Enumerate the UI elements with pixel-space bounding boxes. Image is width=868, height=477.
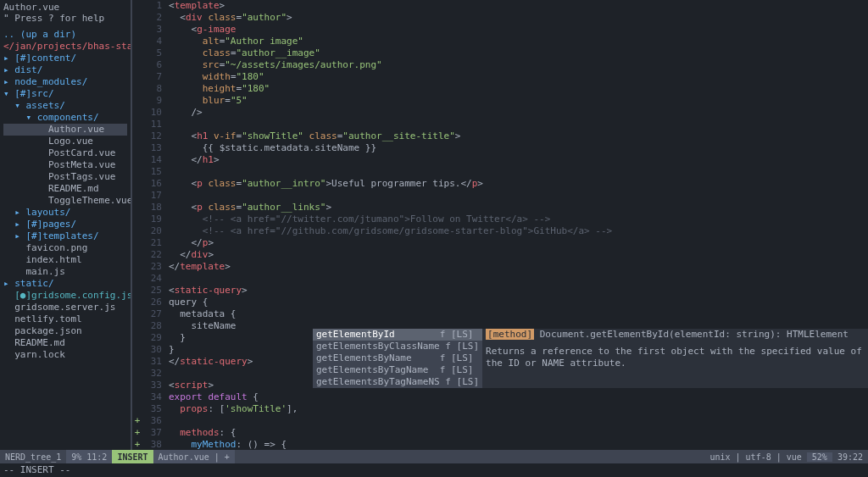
code-line[interactable]: 14 </h1>: [133, 154, 868, 166]
tree-item[interactable]: favicon.png: [3, 242, 127, 254]
autocomplete-signature: Document.getElementById(elementId: strin…: [534, 329, 849, 340]
code-line[interactable]: 4 alt="Author image": [133, 36, 868, 47]
code-line[interactable]: 8 height="180": [133, 83, 868, 95]
code-line[interactable]: 24: [133, 273, 868, 285]
autocomplete-description: Returns a reference to the first object …: [486, 346, 865, 369]
autocomplete-item[interactable]: getElementById f [LS]: [313, 329, 482, 341]
tree-item[interactable]: Author.vue: [3, 124, 127, 136]
tree-item[interactable]: index.html: [3, 254, 127, 266]
statusline-encoding: unix | utf-8 | vue: [704, 452, 806, 462]
autocomplete-item[interactable]: getElementsByClassName f [LS]: [313, 341, 482, 352]
tree-item[interactable]: netlify.toml: [3, 313, 127, 325]
file-tree-sidebar[interactable]: Author.vue " Press ? for help .. (up a d…: [0, 0, 131, 450]
code-line[interactable]: 3 <g-image: [133, 24, 868, 36]
tree-item[interactable]: README.md: [3, 183, 127, 195]
statusline: NERD_tree_1 9% 11:2 INSERT Author.vue | …: [0, 450, 868, 463]
code-line[interactable]: 7 width="180": [133, 71, 868, 83]
code-line[interactable]: 6 src="~/assets/images/author.png": [133, 59, 868, 71]
autocomplete-doc: [method] Document.getElementById(element…: [482, 329, 868, 388]
statusline-filename: Author.vue: [159, 452, 209, 462]
tree-item[interactable]: PostTags.vue: [3, 171, 127, 183]
statusline-position: 39:22: [832, 452, 868, 462]
code-line[interactable]: 1<template>: [133, 0, 868, 12]
statusline-nerdtree: NERD_tree_1: [0, 450, 66, 463]
sidebar-title: Author.vue: [3, 2, 127, 13]
code-line[interactable]: 26query {: [133, 297, 868, 308]
statusline-mode: INSERT: [112, 450, 153, 463]
code-line[interactable]: 15: [133, 166, 868, 178]
command-line: -- INSERT --: [0, 463, 868, 477]
code-line[interactable]: 22 </div>: [133, 249, 868, 261]
code-line[interactable]: 23</template>: [133, 261, 868, 273]
tree-item[interactable]: ▸ node_modules/: [3, 76, 127, 88]
statusline-left-pos: 9% 11:2: [66, 450, 112, 463]
tree-item[interactable]: [●]gridsome.config.js: [3, 290, 127, 302]
tree-item[interactable]: ▸ layouts/: [3, 207, 127, 219]
code-line[interactable]: 25<static-query>: [133, 285, 868, 297]
code-line[interactable]: 20 <!-- <a href="//github.com/gridsome/g…: [133, 225, 868, 237]
code-line[interactable]: +38 myMethod: () => {: [133, 439, 868, 450]
statusline-modified: +: [225, 452, 230, 462]
tree-item[interactable]: ▸ [#]pages/: [3, 219, 127, 230]
tree-item[interactable]: ▾ components/: [3, 112, 127, 124]
code-line[interactable]: +36: [133, 415, 868, 427]
code-line[interactable]: +37 methods: {: [133, 427, 868, 439]
code-line[interactable]: 11: [133, 119, 868, 130]
code-line[interactable]: 35 props: ['showTitle'],: [133, 403, 868, 415]
autocomplete-menu[interactable]: getElementById f [LS]getElementsByClassN…: [313, 329, 482, 388]
code-line[interactable]: 16 <p class="author__intro">Useful progr…: [133, 178, 868, 190]
code-line[interactable]: 9 blur="5": [133, 95, 868, 107]
tree-item[interactable]: PostMeta.vue: [3, 159, 127, 171]
tree-item[interactable]: PostCard.vue: [3, 147, 127, 159]
tree-item[interactable]: gridsome.server.js: [3, 302, 127, 313]
tree-item[interactable]: ▸ dist/: [3, 64, 127, 76]
tree-item[interactable]: ▾ assets/: [3, 100, 127, 112]
tree-item[interactable]: ▸ [#]content/: [3, 53, 127, 64]
tree-item[interactable]: ▾ [#]src/: [3, 88, 127, 100]
code-line[interactable]: 17: [133, 190, 868, 202]
tree-item[interactable]: main.js: [3, 266, 127, 278]
statusline-percent: 52%: [807, 452, 832, 462]
autocomplete-popup[interactable]: getElementById f [LS]getElementsByClassN…: [313, 329, 868, 388]
code-line[interactable]: 27 metadata {: [133, 308, 868, 320]
sidebar-help: " Press ? for help: [3, 13, 127, 24]
tree-item[interactable]: ToggleTheme.vue: [3, 195, 127, 207]
code-line[interactable]: 10 />: [133, 107, 868, 119]
tree-item[interactable]: Logo.vue: [3, 136, 127, 147]
tree-item[interactable]: package.json: [3, 325, 127, 337]
tree-item[interactable]: yarn.lock: [3, 349, 127, 361]
code-line[interactable]: 2 <div class="author">: [133, 12, 868, 24]
autocomplete-item[interactable]: getElementsByName f [LS]: [313, 352, 482, 364]
code-line[interactable]: 12 <h1 v-if="showTitle" class="author__s…: [133, 130, 868, 142]
code-line[interactable]: 18 <p class="author__links">: [133, 202, 868, 214]
code-line[interactable]: 21 </p>: [133, 237, 868, 249]
tree-root[interactable]: </jan/projects/bhas-static/: [3, 41, 127, 53]
code-line[interactable]: 5 class="author__image": [133, 47, 868, 59]
tree-item[interactable]: ▸ [#]templates/: [3, 230, 127, 242]
tree-item[interactable]: README.md: [3, 337, 127, 349]
tree-updir[interactable]: .. (up a dir): [3, 29, 127, 41]
autocomplete-item[interactable]: getElementsByTagName f [LS]: [313, 364, 482, 376]
autocomplete-item[interactable]: getElementsByTagNameNS f [LS]: [313, 376, 482, 388]
code-editor[interactable]: 1<template> 2 <div class="author"> 3 <g-…: [131, 0, 868, 450]
code-line[interactable]: 34export default {: [133, 391, 868, 403]
autocomplete-method-tag: [method]: [486, 329, 534, 340]
tree-item[interactable]: ▸ static/: [3, 278, 127, 290]
code-line[interactable]: 13 {{ $static.metadata.siteName }}: [133, 142, 868, 154]
code-line[interactable]: 19 <!-- <a href="//twitter.com/jtumano">…: [133, 214, 868, 225]
